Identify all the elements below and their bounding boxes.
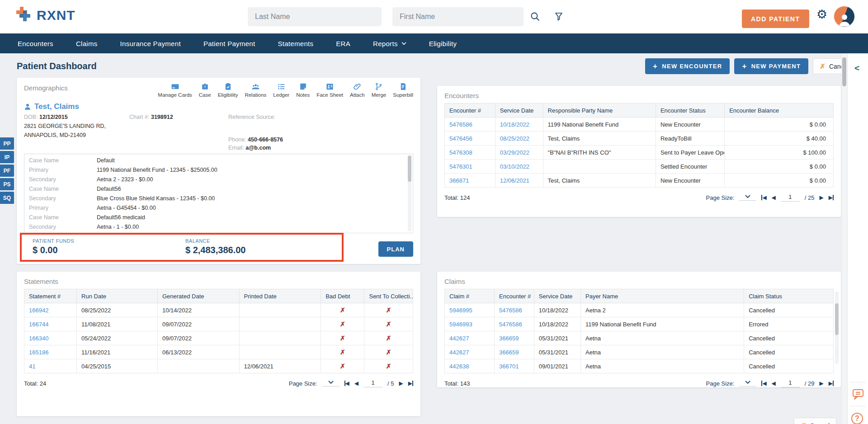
cell-link[interactable]: 10/18/2022 xyxy=(495,118,543,132)
column-header[interactable]: Encounter # xyxy=(445,104,495,118)
face-sheet-button[interactable]: Face Sheet xyxy=(316,82,343,98)
cell-link[interactable]: 41 xyxy=(24,359,77,373)
next-page-button[interactable]: ▶ xyxy=(820,380,824,386)
column-header[interactable]: Bad Debt xyxy=(321,289,364,303)
cell-link[interactable]: 165186 xyxy=(24,345,77,359)
new-payment-button[interactable]: +NEW PAYMENT xyxy=(734,58,808,74)
cell-link[interactable]: 5476586 xyxy=(495,303,534,317)
eligibility-button[interactable]: Eligibility xyxy=(218,82,238,98)
rxnt-logo[interactable]: RXNT xyxy=(16,7,75,24)
cell-link[interactable]: 442627 xyxy=(445,345,495,359)
case-button[interactable]: Case xyxy=(199,82,211,98)
add-patient-button[interactable]: ADD PATIENT xyxy=(742,9,809,28)
cell-link[interactable]: 5476586 xyxy=(495,317,534,331)
prev-page-button[interactable]: ◀ xyxy=(354,380,359,386)
column-header[interactable]: Responsible Party Name xyxy=(543,104,656,118)
last-page-button[interactable]: ▶ xyxy=(829,194,834,201)
cell-link[interactable]: 5476456 xyxy=(445,132,495,146)
window-scrollbar-track[interactable] xyxy=(841,53,847,424)
cell-link[interactable]: 442627 xyxy=(445,331,495,345)
cell-link[interactable]: 366871 xyxy=(445,174,495,188)
help-button[interactable]: ? xyxy=(851,412,865,424)
cell-link[interactable]: 366659 xyxy=(495,331,534,345)
scrollbar-thumb[interactable] xyxy=(835,303,839,335)
column-header[interactable]: Service Date xyxy=(534,289,580,303)
cell-link[interactable]: 08/25/2022 xyxy=(495,132,543,146)
last-name-input[interactable] xyxy=(248,7,382,26)
cell-link[interactable]: 12/06/2021 xyxy=(495,174,543,188)
nav-item-era[interactable]: ERA xyxy=(325,40,362,47)
column-header[interactable]: Encounter Balance xyxy=(725,104,834,118)
column-header[interactable]: Printed Date xyxy=(239,289,321,303)
nav-item-insurance-payment[interactable]: Insurance Payment xyxy=(109,40,192,47)
column-header[interactable]: Payer Name xyxy=(580,289,744,303)
cell-link[interactable]: 5476586 xyxy=(445,118,495,132)
column-header[interactable]: Encounter # xyxy=(495,289,534,303)
side-tab-pf[interactable]: PF xyxy=(0,165,14,177)
cell-link[interactable]: 5476301 xyxy=(445,160,495,174)
patient-name-link[interactable]: Test, Claims xyxy=(24,102,413,111)
side-tab-ps[interactable]: PS xyxy=(0,178,14,190)
last-page-button[interactable]: ▶ xyxy=(408,380,413,386)
chat-button[interactable] xyxy=(851,388,865,401)
page-size-select[interactable] xyxy=(322,381,340,386)
plan-button[interactable]: PLAN xyxy=(378,241,413,257)
cell-link[interactable]: 03/29/2022 xyxy=(495,146,543,160)
ledger-button[interactable]: Ledger xyxy=(273,82,289,98)
first-page-button[interactable]: ◀ xyxy=(344,380,349,386)
user-avatar[interactable] xyxy=(834,6,854,27)
nav-item-eligibility[interactable]: Eligibility xyxy=(418,40,468,47)
page-number-input[interactable]: 1 xyxy=(363,379,382,387)
page-number-input[interactable]: 1 xyxy=(781,193,800,202)
cell-link[interactable]: 5476308 xyxy=(445,146,495,160)
collapse-panel-chevron-icon[interactable]: < xyxy=(854,63,859,73)
side-tab-pp[interactable]: PP xyxy=(0,137,14,150)
column-header[interactable]: Claim Status xyxy=(744,289,834,303)
first-name-input[interactable] xyxy=(392,7,524,26)
nav-item-patient-payment[interactable]: Patient Payment xyxy=(192,40,267,47)
cell-link[interactable]: 442638 xyxy=(445,359,495,373)
next-page-button[interactable]: ▶ xyxy=(820,194,824,201)
prev-page-button[interactable]: ◀ xyxy=(772,380,776,386)
cell-link[interactable]: 166744 xyxy=(24,317,77,331)
attach-button[interactable]: Attach xyxy=(350,82,365,98)
column-header[interactable]: Run Date xyxy=(77,289,158,303)
new-encounter-button[interactable]: +NEW ENCOUNTER xyxy=(645,58,730,74)
first-page-button[interactable]: ◀ xyxy=(761,380,766,386)
nav-item-reports[interactable]: Reports xyxy=(362,40,418,47)
column-header[interactable]: Claim # xyxy=(445,289,495,303)
cell-link[interactable]: 366659 xyxy=(495,345,534,359)
cell-link[interactable]: 5946993 xyxy=(445,317,495,331)
cell-link[interactable]: 366701 xyxy=(495,359,534,373)
superbill-button[interactable]: Superbill xyxy=(393,82,413,98)
nav-item-encounters[interactable]: Encounters xyxy=(6,40,65,47)
column-header[interactable]: Encounter Status xyxy=(656,104,724,118)
manage-cards-button[interactable]: Manage Cards xyxy=(158,82,192,98)
side-tab-sq[interactable]: SQ xyxy=(0,192,14,204)
cell-link[interactable]: 166942 xyxy=(24,303,77,317)
column-header[interactable]: Statement # xyxy=(24,289,77,303)
search-button[interactable] xyxy=(529,11,542,24)
filter-button[interactable] xyxy=(552,11,565,24)
window-scrollbar-thumb[interactable] xyxy=(842,57,846,86)
next-page-button[interactable]: ▶ xyxy=(399,380,403,386)
notes-button[interactable]: Notes xyxy=(296,82,310,98)
cell-link[interactable]: 5946995 xyxy=(445,303,495,317)
cancel-button-bottom[interactable]: ✗Cancel xyxy=(794,418,836,424)
merge-button[interactable]: Merge xyxy=(372,82,387,98)
nav-item-statements[interactable]: Statements xyxy=(266,40,325,47)
page-number-input[interactable]: 1 xyxy=(781,379,800,387)
nav-item-claims[interactable]: Claims xyxy=(65,40,109,47)
relations-button[interactable]: Relations xyxy=(245,82,266,98)
column-header[interactable]: Sent To Collecti... xyxy=(364,289,413,303)
column-header[interactable]: Generated Date xyxy=(157,289,239,303)
insurance-case-list[interactable]: Case NameDefaultPrimary1199 National Ben… xyxy=(24,154,413,233)
page-size-select[interactable] xyxy=(739,195,756,201)
last-page-button[interactable]: ▶ xyxy=(829,380,834,386)
prev-page-button[interactable]: ◀ xyxy=(772,194,776,201)
settings-gear-icon[interactable]: ⚙ xyxy=(816,9,827,21)
cell-link[interactable]: 166340 xyxy=(24,331,77,345)
scrollbar-thumb[interactable] xyxy=(408,155,411,182)
first-page-button[interactable]: ◀ xyxy=(761,194,766,201)
side-tab-ip[interactable]: IP xyxy=(0,151,14,163)
